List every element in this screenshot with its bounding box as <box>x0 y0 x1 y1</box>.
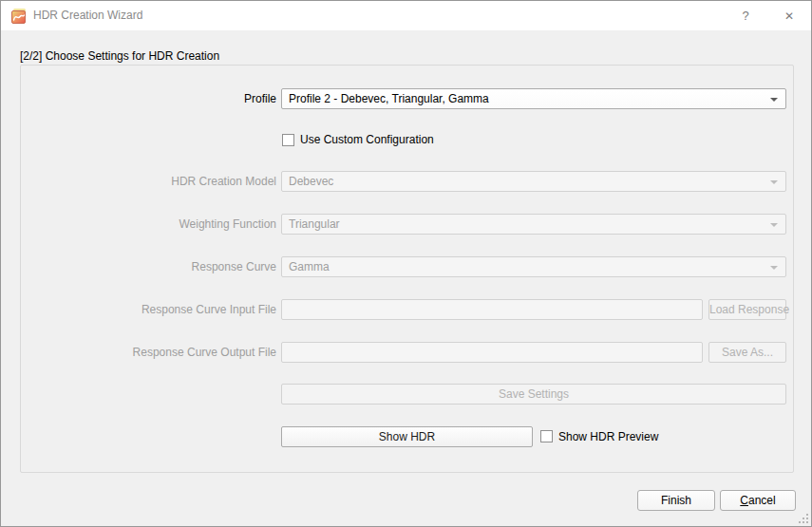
chevron-down-icon <box>770 266 778 270</box>
use-custom-configuration-label[interactable]: Use Custom Configuration <box>300 129 434 150</box>
chevron-down-icon <box>770 98 778 102</box>
chevron-down-icon <box>770 223 778 227</box>
cancel-button-mnemonic: C <box>740 494 748 507</box>
close-icon[interactable]: ✕ <box>767 1 811 30</box>
hdr-creation-model-label: HDR Creation Model <box>20 171 276 192</box>
show-hdr-button[interactable]: Show HDR <box>281 426 533 447</box>
response-curve-input-file-label: Response Curve Input File <box>20 299 276 320</box>
help-button[interactable]: ? <box>724 1 767 30</box>
hdr-creation-wizard-window: HDR Creation Wizard ? ✕ [2/2] Choose Set… <box>0 0 812 527</box>
weighting-function-dropdown: Triangular <box>281 214 786 235</box>
titlebar-buttons: ? ✕ <box>724 1 811 30</box>
resize-grip[interactable] <box>799 514 808 523</box>
app-icon <box>11 9 27 24</box>
show-hdr-preview-label[interactable]: Show HDR Preview <box>558 426 658 447</box>
response-curve-output-file-label: Response Curve Output File <box>20 342 276 363</box>
wizard-step-label: [2/2] Choose Settings for HDR Creation <box>20 49 219 63</box>
response-curve-value: Gamma <box>289 260 330 273</box>
chevron-down-icon <box>770 180 778 184</box>
show-hdr-preview-checkbox[interactable] <box>540 430 553 442</box>
cancel-button-label-rest: ancel <box>748 494 776 507</box>
profile-dropdown-value: Profile 2 - Debevec, Triangular, Gamma <box>289 92 489 105</box>
use-custom-configuration-checkbox[interactable] <box>282 134 294 146</box>
response-curve-input-file-field <box>281 299 703 320</box>
profile-label: Profile <box>20 88 276 109</box>
window-title: HDR Creation Wizard <box>33 1 142 30</box>
hdr-creation-model-value: Debevec <box>289 175 333 188</box>
load-response-button: Load Response <box>708 299 786 320</box>
response-curve-output-file-field <box>281 342 703 363</box>
weighting-function-value: Triangular <box>289 217 340 231</box>
save-settings-button: Save Settings <box>281 384 786 405</box>
profile-dropdown[interactable]: Profile 2 - Debevec, Triangular, Gamma <box>281 88 786 109</box>
weighting-function-label: Weighting Function <box>20 214 276 235</box>
finish-button[interactable]: Finish <box>637 490 715 511</box>
response-curve-dropdown: Gamma <box>281 256 786 277</box>
hdr-creation-model-dropdown: Debevec <box>281 171 786 192</box>
save-as-button: Save As... <box>708 342 786 363</box>
cancel-button[interactable]: Cancel <box>720 490 796 511</box>
response-curve-label: Response Curve <box>20 256 276 277</box>
title-bar: HDR Creation Wizard ? ✕ <box>1 1 811 30</box>
